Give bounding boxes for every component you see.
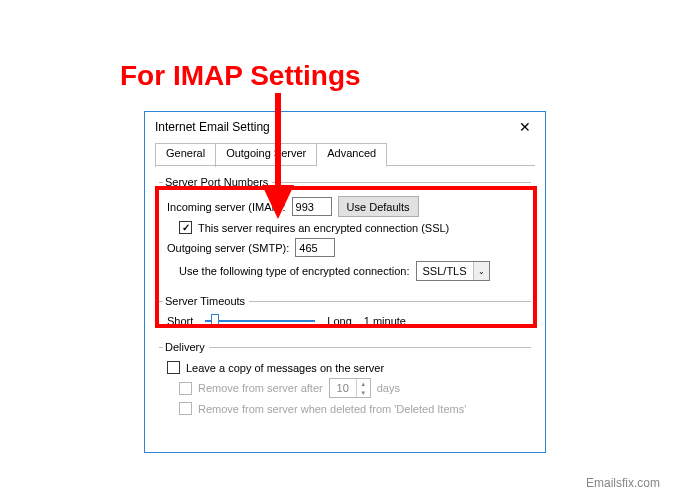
spinner-arrows: ▲ ▼ (356, 379, 370, 397)
chevron-down-icon: ⌄ (473, 262, 489, 280)
watermark: Emailsfix.com (586, 476, 660, 490)
annotation-title: For IMAP Settings (120, 60, 361, 92)
encrypted-type-row: Use the following type of encrypted conn… (167, 261, 531, 281)
close-icon: ✕ (519, 119, 531, 135)
days-spinner[interactable]: 10 ▲ ▼ (329, 378, 371, 398)
incoming-port-input[interactable] (292, 197, 332, 216)
outgoing-server-label: Outgoing server (SMTP): (167, 242, 289, 254)
incoming-server-label: Incoming server (IMAP): (167, 201, 286, 213)
encrypted-type-dropdown[interactable]: SSL/TLS ⌄ (416, 261, 490, 281)
days-label: days (377, 382, 400, 394)
encrypted-type-value: SSL/TLS (417, 262, 473, 280)
chevron-up-icon: ▲ (357, 379, 370, 388)
timeout-row: Short Long 1 minute (167, 315, 531, 327)
ssl-required-checkbox[interactable] (179, 221, 192, 234)
timeout-short-label: Short (167, 315, 193, 327)
tab-general[interactable]: General (155, 143, 216, 167)
dialog-title: Internet Email Setting (155, 120, 270, 134)
advanced-panel: Server Port Numbers Incoming server (IMA… (145, 166, 545, 435)
slider-thumb-icon (211, 314, 219, 328)
delivery-legend: Delivery (163, 341, 209, 353)
days-value: 10 (330, 379, 356, 397)
outgoing-port-input[interactable] (295, 238, 335, 257)
delivery-group: Delivery Leave a copy of messages on the… (159, 341, 531, 425)
use-defaults-button[interactable]: Use Defaults (338, 196, 419, 217)
encrypted-type-label: Use the following type of encrypted conn… (179, 265, 410, 277)
server-timeouts-group: Server Timeouts Short Long 1 minute (159, 295, 531, 337)
leave-copy-label: Leave a copy of messages on the server (186, 362, 384, 374)
timeout-value: 1 minute (364, 315, 406, 327)
remove-deleted-row: Remove from server when deleted from 'De… (167, 402, 531, 415)
remove-after-checkbox[interactable] (179, 382, 192, 395)
server-port-numbers-group: Server Port Numbers Incoming server (IMA… (159, 176, 531, 291)
leave-copy-checkbox[interactable] (167, 361, 180, 374)
ssl-required-row: This server requires an encrypted connec… (167, 221, 531, 234)
close-button[interactable]: ✕ (513, 118, 537, 136)
server-port-legend: Server Port Numbers (163, 176, 272, 188)
timeout-long-label: Long (327, 315, 351, 327)
leave-copy-row: Leave a copy of messages on the server (167, 361, 531, 374)
remove-after-row: Remove from server after 10 ▲ ▼ days (167, 378, 531, 398)
server-timeouts-legend: Server Timeouts (163, 295, 249, 307)
remove-after-label: Remove from server after (198, 382, 323, 394)
tab-outgoing-server[interactable]: Outgoing Server (215, 143, 317, 167)
tab-bar: General Outgoing Server Advanced (145, 142, 545, 166)
timeout-slider[interactable] (205, 320, 315, 322)
tab-advanced[interactable]: Advanced (316, 143, 387, 167)
chevron-down-icon: ▼ (357, 388, 370, 397)
outgoing-server-row: Outgoing server (SMTP): (167, 238, 531, 257)
remove-deleted-checkbox[interactable] (179, 402, 192, 415)
email-settings-dialog: Internet Email Setting ✕ General Outgoin… (144, 111, 546, 453)
remove-deleted-label: Remove from server when deleted from 'De… (198, 403, 466, 415)
ssl-required-label: This server requires an encrypted connec… (198, 222, 449, 234)
dialog-titlebar: Internet Email Setting ✕ (145, 112, 545, 142)
incoming-server-row: Incoming server (IMAP): Use Defaults (167, 196, 531, 217)
